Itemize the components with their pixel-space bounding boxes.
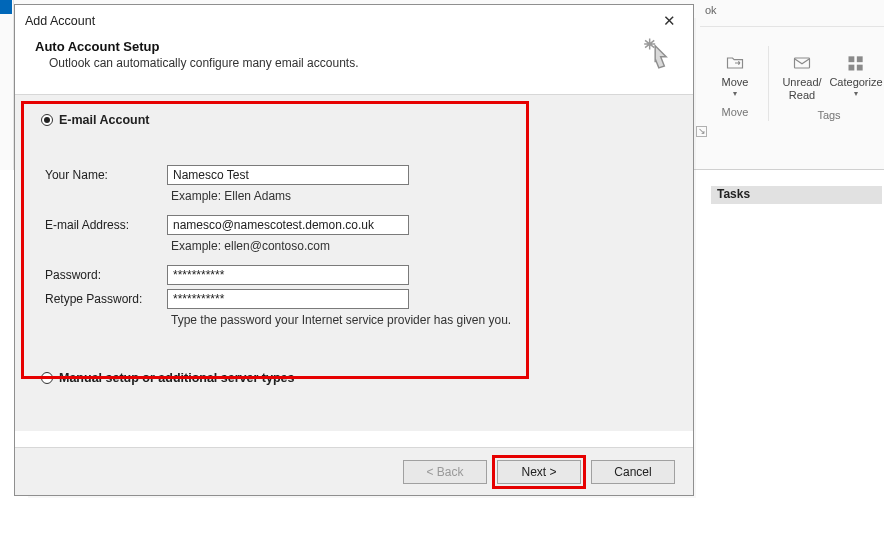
svg-rect-2 xyxy=(857,56,863,62)
window-title-fragment: ok xyxy=(695,0,884,20)
svg-rect-3 xyxy=(849,65,855,71)
option-manual-setup[interactable]: Manual setup or additional server types xyxy=(41,371,667,385)
unread-read-button[interactable]: Unread/ Read xyxy=(775,46,829,103)
envelope-icon xyxy=(787,50,817,76)
categorize-label: Categorize xyxy=(829,76,882,89)
email-address-input[interactable] xyxy=(167,215,409,235)
header-title: Auto Account Setup xyxy=(35,39,673,54)
account-form: Your Name: Example: Ellen Adams E-mail A… xyxy=(45,165,667,327)
move-label: Move xyxy=(722,76,749,89)
svg-rect-0 xyxy=(795,58,810,68)
dialog-titlebar: Add Account ✕ xyxy=(15,5,693,37)
option-email-account[interactable]: E-mail Account xyxy=(41,113,667,127)
categorize-button[interactable]: Categorize ▾ xyxy=(829,46,883,103)
retype-password-input[interactable] xyxy=(167,289,409,309)
categorize-icon xyxy=(841,50,871,76)
your-name-label: Your Name: xyxy=(45,168,167,182)
next-button[interactable]: Next > xyxy=(497,460,581,484)
close-icon[interactable]: ✕ xyxy=(653,12,685,30)
ribbon-groups: Move ▾ Move Unread/ Read xyxy=(702,46,884,121)
password-label: Password: xyxy=(45,268,167,282)
cancel-button[interactable]: Cancel xyxy=(591,460,675,484)
your-name-example: Example: Ellen Adams xyxy=(171,189,667,203)
cursor-star-icon xyxy=(635,33,679,77)
svg-rect-4 xyxy=(857,65,863,71)
email-address-label: E-mail Address: xyxy=(45,218,167,232)
dialog-title: Add Account xyxy=(25,14,95,28)
password-hint: Type the password your Internet service … xyxy=(171,313,667,327)
folder-move-icon xyxy=(720,50,750,76)
radio-unselected-icon xyxy=(41,372,53,384)
app-corner-accent xyxy=(0,0,12,14)
tasks-pane-header[interactable]: Tasks xyxy=(711,186,882,204)
move-button[interactable]: Move ▾ xyxy=(708,46,762,100)
window-left-edge xyxy=(0,0,14,170)
retype-password-label: Retype Password: xyxy=(45,292,167,306)
ribbon-group-tags: Unread/ Read Categorize ▾ Tags xyxy=(769,46,884,121)
header-subtitle: Outlook can automatically configure many… xyxy=(35,56,673,70)
option-manual-label: Manual setup or additional server types xyxy=(59,371,294,385)
unread-read-label: Unread/ Read xyxy=(782,76,821,101)
password-input[interactable] xyxy=(167,265,409,285)
your-name-input[interactable] xyxy=(167,165,409,185)
ribbon-group-move: Move ▾ Move xyxy=(702,46,769,121)
back-button: < Back xyxy=(403,460,487,484)
ribbon-separator xyxy=(700,26,884,27)
email-example: Example: ellen@contoso.com xyxy=(171,239,667,253)
svg-rect-1 xyxy=(849,56,855,62)
dialog-body: E-mail Account Your Name: Example: Ellen… xyxy=(15,95,693,431)
dialog-footer: < Back Next > Cancel xyxy=(15,447,693,495)
tasks-label: Tasks xyxy=(717,187,750,201)
dialog-header: Auto Account Setup Outlook can automatic… xyxy=(15,37,693,95)
chevron-down-icon: ▾ xyxy=(854,90,858,98)
radio-selected-icon xyxy=(41,114,53,126)
dialog-launcher-icon[interactable] xyxy=(694,126,707,139)
group-label-move: Move xyxy=(722,106,749,118)
option-email-label: E-mail Account xyxy=(59,113,150,127)
add-account-dialog: Add Account ✕ Auto Account Setup Outlook… xyxy=(14,4,694,496)
group-label-tags: Tags xyxy=(817,109,840,121)
chevron-down-icon: ▾ xyxy=(733,90,737,98)
